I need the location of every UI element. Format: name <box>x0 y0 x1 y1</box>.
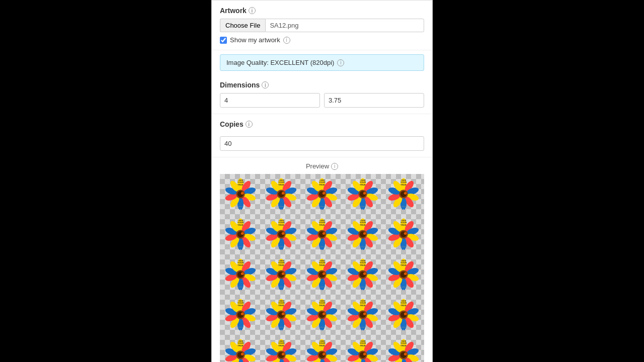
dimensions-inputs <box>220 93 424 108</box>
sticker-cell: I SEE YOUR TRUE colors ♟ <box>301 254 342 295</box>
copies-section: Copies i <box>212 114 432 157</box>
sticker-cell: I SEE YOUR TRUE colors ♟ <box>383 254 424 295</box>
svg-text:TRUE: TRUE <box>278 184 284 186</box>
svg-point-228 <box>323 273 325 275</box>
svg-text:♟: ♟ <box>321 289 323 291</box>
svg-text:TRUE: TRUE <box>319 304 325 307</box>
sticker-cell: I SEE YOUR TRUE colors ♟ <box>220 174 261 214</box>
svg-text:♟: ♟ <box>362 289 364 291</box>
svg-point-84 <box>404 192 407 195</box>
show-artwork-checkbox[interactable] <box>220 37 227 44</box>
svg-text:♟: ♟ <box>239 208 242 211</box>
svg-point-336 <box>363 313 366 315</box>
sticker-cell: I SEE YOUR TRUE colors ♟ <box>220 214 261 254</box>
svg-text:TRUE: TRUE <box>400 304 407 307</box>
width-input[interactable] <box>220 93 320 108</box>
svg-text:♟: ♟ <box>403 208 405 211</box>
copies-title: Copies i <box>220 120 424 128</box>
svg-point-318 <box>323 313 325 315</box>
svg-point-282 <box>240 313 243 315</box>
sticker-cell: I SEE YOUR TRUE colors ♟ <box>343 214 383 254</box>
svg-text:♟: ♟ <box>321 329 323 331</box>
svg-text:TRUE: TRUE <box>360 264 366 266</box>
sticker-cell: I SEE YOUR TRUE colors ♟ <box>301 214 342 254</box>
copies-info-icon[interactable]: i <box>246 121 253 128</box>
svg-point-210 <box>282 273 284 275</box>
sticker-cell: I SEE YOUR TRUE colors ♟ <box>383 174 424 214</box>
svg-text:TRUE: TRUE <box>400 224 407 226</box>
svg-text:TRUE: TRUE <box>319 264 325 266</box>
sticker-cell: I SEE YOUR TRUE colors ♟ <box>301 295 342 335</box>
svg-point-12 <box>240 192 243 195</box>
svg-point-246 <box>363 273 366 275</box>
svg-text:TRUE: TRUE <box>319 344 325 347</box>
svg-text:TRUE: TRUE <box>278 224 284 226</box>
svg-text:TRUE: TRUE <box>237 344 244 347</box>
svg-point-300 <box>282 313 284 315</box>
dimensions-info-icon[interactable]: i <box>262 81 269 88</box>
preview-label: Preview <box>306 162 329 170</box>
file-name-display: SA12.png <box>265 19 424 32</box>
sticker-cell: I SEE YOUR TRUE colors ♟ <box>343 254 383 295</box>
copies-input[interactable] <box>220 136 424 151</box>
sticker-cell: I SEE YOUR TRUE colors ♟ <box>343 295 383 335</box>
svg-text:TRUE: TRUE <box>278 304 284 307</box>
svg-point-390 <box>282 353 284 355</box>
svg-point-372 <box>240 353 243 355</box>
svg-text:TRUE: TRUE <box>400 264 407 266</box>
svg-text:♟: ♟ <box>239 329 242 331</box>
preview-container: I SEE YOUR TRUE colors ♟ I SEE YO <box>220 174 424 362</box>
height-input[interactable] <box>324 93 424 108</box>
preview-section: Preview i I SEE YOUR T <box>212 157 432 362</box>
sticker-cell: I SEE YOUR TRUE colors ♟ <box>220 254 261 295</box>
artwork-section: Artwork i Choose File SA12.png Show my a… <box>212 1 432 50</box>
svg-text:TRUE: TRUE <box>237 184 244 186</box>
svg-text:♟: ♟ <box>239 248 242 251</box>
svg-text:♟: ♟ <box>362 208 364 211</box>
svg-text:♟: ♟ <box>403 329 405 331</box>
sticker-cell: I SEE YOUR TRUE colors ♟ <box>261 295 301 335</box>
svg-point-174 <box>404 232 407 235</box>
artwork-title: Artwork i <box>220 7 424 15</box>
svg-text:♟: ♟ <box>321 208 323 211</box>
preview-info-icon[interactable]: i <box>331 163 338 170</box>
svg-point-426 <box>363 353 366 355</box>
quality-banner: Image Quality: EXCELLENT (820dpi) i <box>220 54 424 71</box>
quality-info-icon[interactable]: i <box>337 59 344 66</box>
svg-text:TRUE: TRUE <box>237 224 244 226</box>
svg-text:TRUE: TRUE <box>319 224 325 226</box>
svg-point-192 <box>240 273 243 275</box>
svg-text:TRUE: TRUE <box>360 184 366 186</box>
svg-point-408 <box>323 353 325 355</box>
svg-text:TRUE: TRUE <box>237 304 244 307</box>
svg-text:TRUE: TRUE <box>278 264 284 266</box>
sticker-cell: I SEE YOUR TRUE colors ♟ <box>220 295 261 335</box>
artwork-info-icon[interactable]: i <box>249 7 256 14</box>
sticker-cell: I SEE YOUR TRUE colors ♟ <box>301 174 342 214</box>
sticker-cell: I SEE YOUR TRUE colors ♟ <box>383 295 424 335</box>
sticker-cell: I SEE YOUR TRUE colors ♟ <box>261 254 301 295</box>
choose-file-button[interactable]: Choose File <box>220 19 265 32</box>
dimensions-label: Dimensions <box>220 81 260 89</box>
sticker-cell: I SEE YOUR TRUE colors ♟ <box>220 335 261 362</box>
copies-label: Copies <box>220 120 244 128</box>
sticker-cell: I SEE YOUR TRUE colors ♟ <box>343 335 383 362</box>
svg-point-120 <box>282 232 284 235</box>
svg-point-102 <box>240 232 243 235</box>
show-artwork-label: Show my artwork <box>230 36 280 44</box>
show-artwork-row: Show my artwork i <box>220 36 424 44</box>
svg-text:TRUE: TRUE <box>319 184 325 186</box>
file-row: Choose File SA12.png <box>220 19 424 32</box>
svg-text:♟: ♟ <box>280 208 282 211</box>
svg-point-30 <box>282 192 284 195</box>
svg-text:TRUE: TRUE <box>360 344 366 347</box>
main-panel: Artwork i Choose File SA12.png Show my a… <box>211 0 433 362</box>
show-artwork-info-icon[interactable]: i <box>283 37 290 44</box>
checker-background: I SEE YOUR TRUE colors ♟ I SEE YO <box>220 174 424 362</box>
sticker-cell: I SEE YOUR TRUE colors ♟ <box>261 214 301 254</box>
sticker-grid: I SEE YOUR TRUE colors ♟ I SEE YO <box>220 174 424 362</box>
artwork-label: Artwork <box>220 7 247 15</box>
svg-text:♟: ♟ <box>239 289 242 291</box>
preview-title: Preview i <box>220 162 424 170</box>
svg-text:♟: ♟ <box>280 248 282 251</box>
